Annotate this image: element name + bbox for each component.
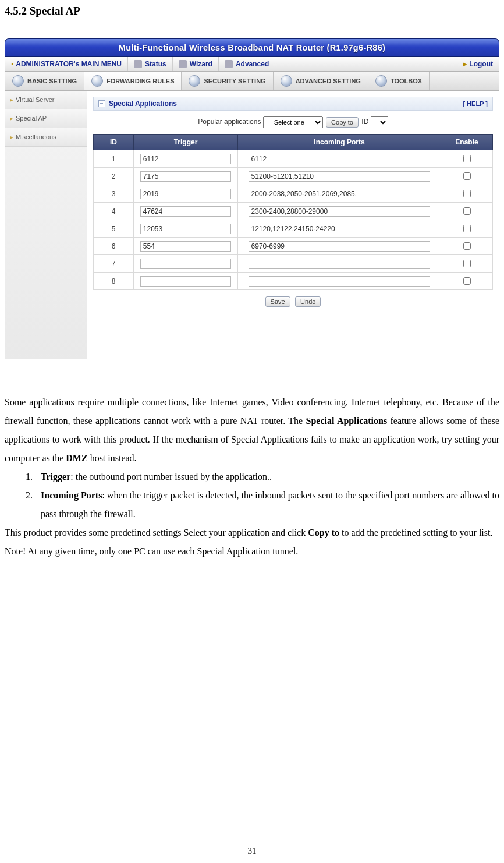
menu-advanced-label: Advanced bbox=[236, 60, 269, 68]
cell-id: 6 bbox=[94, 238, 134, 255]
incoming-input[interactable] bbox=[249, 241, 431, 252]
tab-toolbox-label: TOOLBOX bbox=[391, 77, 422, 84]
trigger-input[interactable] bbox=[140, 224, 231, 234]
text-bold: Copy to bbox=[308, 528, 339, 537]
popular-app-row: Popular applications --- Select one --- … bbox=[93, 111, 493, 134]
enable-checkbox[interactable] bbox=[463, 207, 471, 215]
menu-status[interactable]: Status bbox=[127, 57, 172, 71]
incoming-input[interactable] bbox=[249, 259, 431, 269]
tab-security-label: SECURITY SETTING bbox=[204, 77, 265, 84]
th-incoming: Incoming Ports bbox=[238, 135, 441, 150]
table-row: 1 bbox=[94, 150, 493, 168]
incoming-input[interactable] bbox=[249, 171, 431, 182]
trigger-input[interactable] bbox=[140, 206, 231, 217]
incoming-input[interactable] bbox=[249, 276, 431, 287]
popular-app-select[interactable]: --- Select one --- bbox=[263, 116, 323, 128]
cell-incoming bbox=[238, 255, 441, 273]
incoming-input[interactable] bbox=[249, 206, 431, 217]
menu-admin-label: ADMINISTRATOR's MAIN MENU bbox=[16, 60, 122, 68]
enable-checkbox[interactable] bbox=[463, 155, 471, 162]
trigger-input[interactable] bbox=[140, 171, 231, 182]
popular-label: Popular applications bbox=[198, 118, 261, 126]
menu-admin[interactable]: ▪ ADMINISTRATOR's MAIN MENU bbox=[5, 57, 127, 71]
sidebar-item-special-ap[interactable]: ▸Special AP bbox=[5, 109, 87, 128]
trigger-input[interactable] bbox=[140, 259, 231, 269]
trigger-input[interactable] bbox=[140, 241, 231, 252]
help-link[interactable]: [ HELP ] bbox=[463, 100, 488, 107]
bullet-icon: ▪ bbox=[11, 60, 13, 68]
enable-checkbox[interactable] bbox=[463, 260, 471, 267]
tab-forwarding-label: FORWARDING RULES bbox=[107, 77, 175, 84]
trigger-input[interactable] bbox=[140, 154, 231, 164]
menu-advanced[interactable]: Advanced bbox=[218, 57, 275, 71]
sidebar-item-miscellaneous[interactable]: ▸Miscellaneous bbox=[5, 128, 87, 147]
enable-checkbox[interactable] bbox=[463, 225, 471, 232]
tab-advanced-setting[interactable]: ADVANCED SETTING bbox=[274, 72, 368, 90]
bullet-icon: ▸ bbox=[10, 115, 13, 122]
top-menubar: ▪ ADMINISTRATOR's MAIN MENU Status Wizar… bbox=[5, 57, 499, 72]
sidebar-item-virtual-server[interactable]: ▸Virtual Server bbox=[5, 91, 87, 109]
sidebar-special-ap-label: Special AP bbox=[16, 115, 47, 122]
incoming-input[interactable] bbox=[249, 189, 431, 199]
id-label: ID bbox=[361, 118, 368, 126]
text-bold: Incoming Ports bbox=[41, 490, 102, 500]
panel-title: Special Applications bbox=[109, 100, 177, 108]
copy-to-button[interactable]: Copy to bbox=[326, 117, 359, 128]
th-trigger: Trigger bbox=[134, 135, 238, 150]
menu-logout[interactable]: ▸ Logout bbox=[457, 57, 499, 71]
table-row: 7 bbox=[94, 255, 493, 273]
save-button[interactable]: Save bbox=[265, 296, 290, 307]
panel-header: Special Applications [ HELP ] bbox=[93, 97, 493, 111]
tab-toolbox[interactable]: TOOLBOX bbox=[368, 72, 430, 90]
cell-id: 7 bbox=[94, 255, 134, 273]
sidebar-misc-label: Miscellaneous bbox=[16, 133, 56, 140]
cell-incoming bbox=[238, 203, 441, 220]
incoming-input[interactable] bbox=[249, 224, 431, 234]
panel-icon bbox=[98, 100, 105, 107]
enable-checkbox[interactable] bbox=[463, 242, 471, 250]
bullet-icon: ▸ bbox=[463, 60, 467, 68]
window-titlebar: Multi-Functional Wireless Broadband NAT … bbox=[5, 38, 499, 57]
enable-checkbox[interactable] bbox=[463, 190, 471, 197]
page-number: 31 bbox=[0, 846, 504, 856]
sidebar: ▸Virtual Server ▸Special AP ▸Miscellaneo… bbox=[5, 91, 87, 359]
cell-trigger bbox=[134, 150, 238, 168]
text: : when the trigger packet is detected, t… bbox=[41, 490, 499, 519]
enable-checkbox[interactable] bbox=[463, 172, 471, 180]
text-bold: Trigger bbox=[41, 472, 70, 482]
menu-wizard[interactable]: Wizard bbox=[172, 57, 218, 71]
trigger-input[interactable] bbox=[140, 189, 231, 199]
th-id: ID bbox=[94, 135, 134, 150]
cell-trigger bbox=[134, 255, 238, 273]
tab-forwarding-rules[interactable]: FORWARDING RULES bbox=[84, 72, 182, 90]
cell-trigger bbox=[134, 203, 238, 220]
enable-checkbox[interactable] bbox=[463, 277, 471, 285]
bullet-icon: ▸ bbox=[10, 96, 13, 103]
text-bold: Special Applications bbox=[306, 416, 388, 426]
bullet-icon: ▸ bbox=[10, 133, 13, 140]
menu-status-label: Status bbox=[145, 60, 166, 68]
cell-enable bbox=[441, 168, 493, 185]
router-screenshot: Multi-Functional Wireless Broadband NAT … bbox=[5, 38, 499, 359]
text: This product provides some predefined se… bbox=[5, 528, 308, 537]
special-apps-table: ID Trigger Incoming Ports Enable 1234567… bbox=[93, 134, 493, 290]
status-icon bbox=[134, 60, 142, 68]
cell-trigger bbox=[134, 238, 238, 255]
table-row: 6 bbox=[94, 238, 493, 255]
undo-button[interactable]: Undo bbox=[295, 296, 321, 307]
table-row: 3 bbox=[94, 185, 493, 203]
incoming-input[interactable] bbox=[249, 154, 431, 164]
trigger-input[interactable] bbox=[140, 276, 231, 287]
cell-id: 4 bbox=[94, 203, 134, 220]
tab-basic-setting[interactable]: BASIC SETTING bbox=[5, 72, 84, 90]
id-select[interactable]: -- bbox=[371, 116, 388, 128]
table-row: 4 bbox=[94, 203, 493, 220]
section-tabs: BASIC SETTING FORWARDING RULES SECURITY … bbox=[5, 72, 499, 91]
tab-basic-label: BASIC SETTING bbox=[27, 77, 77, 84]
forwarding-icon bbox=[91, 75, 103, 87]
cell-trigger bbox=[134, 168, 238, 185]
cell-incoming bbox=[238, 273, 441, 290]
tab-security-setting[interactable]: SECURITY SETTING bbox=[182, 72, 273, 90]
cell-id: 8 bbox=[94, 273, 134, 290]
table-row: 5 bbox=[94, 220, 493, 238]
